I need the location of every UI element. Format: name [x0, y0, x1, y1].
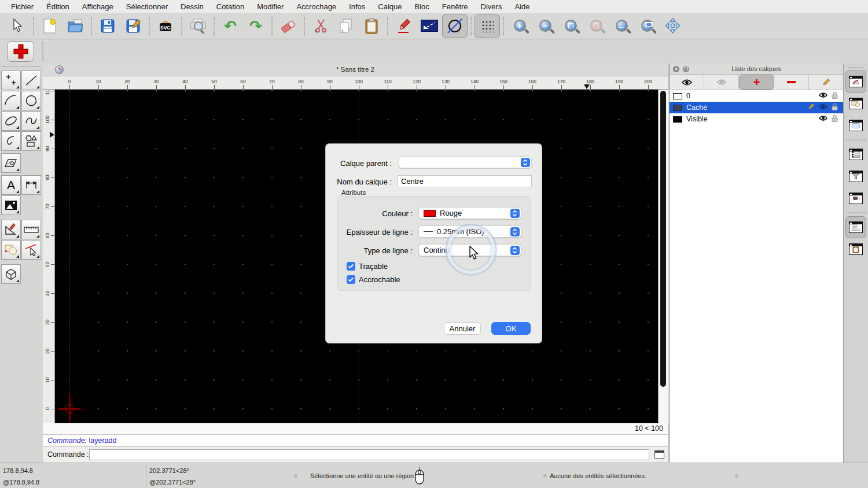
save-as-button[interactable] [120, 14, 146, 38]
menu-item-modifier[interactable]: Modifier [251, 2, 290, 11]
copy-button[interactable]: + [333, 14, 359, 38]
show-all-layers-button[interactable] [670, 75, 704, 90]
detach-panel-icon[interactable] [654, 450, 664, 459]
attributes-pencil-button[interactable] [391, 14, 417, 38]
layer-name: 0 [686, 92, 690, 100]
layer-lock-icon[interactable] [832, 103, 843, 113]
dock-handle[interactable] [848, 67, 863, 68]
snappable-checkbox[interactable] [347, 275, 355, 284]
layer-row-0[interactable]: 0 [670, 90, 843, 102]
point-tool[interactable] [1, 71, 21, 90]
add-layer-button[interactable] [7, 41, 34, 62]
polyline-tool[interactable] [1, 131, 21, 151]
hide-all-layers-button[interactable] [704, 75, 739, 90]
circle-icon [24, 93, 39, 108]
cancel-button[interactable]: Annuler [444, 322, 481, 335]
add-layer-panel-button[interactable]: + [739, 75, 774, 90]
image-tool[interactable] [1, 195, 21, 215]
menu-item-cotation[interactable]: Cotation [210, 2, 251, 11]
pointer-tool-button[interactable] [5, 14, 30, 38]
layer-panel-titlebar: ✕ ❐ Liste des calques [670, 64, 843, 75]
svg-export-button[interactable]: SVG [153, 14, 178, 38]
main-toolbar: SVG ↶ ↷ + + + − ← [0, 13, 868, 39]
grid-toggle-button[interactable] [475, 14, 500, 38]
shape-tool[interactable] [21, 131, 41, 151]
layer-lock-icon[interactable] [832, 114, 843, 124]
palette-handle[interactable] [2, 66, 39, 67]
zoom-in-button[interactable]: + [507, 14, 532, 38]
clipboard-panel-button[interactable] [845, 238, 866, 260]
undo-button[interactable]: ↶ [218, 14, 243, 38]
command-line-panel-button[interactable] [845, 216, 866, 238]
zoom-auto-button[interactable] [558, 14, 583, 38]
color-select[interactable]: Rouge [418, 207, 521, 219]
zoom-previous-button[interactable]: ← [609, 14, 634, 38]
menu-item-infos[interactable]: Infos [343, 2, 372, 11]
menu-item-aide[interactable]: Aide [508, 2, 536, 11]
layer-row-Caché[interactable]: Caché [670, 102, 843, 113]
scrollbar-thumb[interactable] [660, 91, 666, 387]
menu-item-calque[interactable]: Calque [372, 2, 408, 11]
dock-separator [846, 139, 866, 141]
ok-button[interactable]: OK [491, 322, 531, 335]
trim-tool[interactable] [21, 240, 41, 260]
dimension-tool[interactable] [21, 175, 41, 195]
line-tool[interactable] [21, 71, 41, 90]
zoom-selection-button[interactable] [583, 14, 609, 38]
layer-visibility-eye-icon[interactable] [819, 115, 832, 123]
edit-layer-button[interactable] [809, 75, 843, 90]
layer-visibility-eye-icon[interactable] [819, 92, 832, 100]
menu-item-fenêtre[interactable]: Fenêtre [436, 2, 475, 11]
v-ruler-label-30: 30 [45, 316, 50, 328]
solid-tool[interactable] [1, 264, 21, 284]
layer-name-input[interactable] [398, 175, 532, 187]
hatch-tool[interactable] [1, 153, 21, 173]
save-button[interactable] [95, 14, 120, 38]
spline-tool[interactable] [21, 111, 41, 131]
measure-tool[interactable] [21, 220, 41, 239]
layer-visibility-eye-icon[interactable] [819, 103, 832, 112]
remove-layer-button[interactable] [774, 75, 809, 90]
block-tool[interactable] [1, 240, 21, 260]
layer-name: Caché [686, 103, 707, 112]
arc-tool[interactable] [1, 91, 21, 110]
circle-tool[interactable] [21, 91, 41, 110]
paste-button[interactable] [359, 14, 384, 38]
block-list-panel-button[interactable] [845, 93, 866, 114]
parent-layer-select[interactable] [399, 156, 532, 168]
menu-item-affichage[interactable]: Affichage [76, 2, 120, 11]
zoom-out-button[interactable]: − [532, 14, 558, 38]
menu-item-dessin[interactable]: Dessin [174, 2, 210, 11]
selection-filter-panel-button[interactable] [845, 165, 866, 187]
layer-list-panel-button[interactable] [845, 71, 866, 93]
plottable-checkbox[interactable] [347, 262, 355, 271]
menu-item-fichier[interactable]: Fichier [5, 2, 40, 11]
layer-lock-icon[interactable] [832, 91, 843, 101]
property-editor-panel-button[interactable] [845, 143, 866, 165]
menu-item-édition[interactable]: Édition [40, 2, 76, 11]
ellipse-tool[interactable] [1, 111, 21, 131]
relative-zero-panel-button[interactable] [845, 187, 866, 209]
zoom-auto-icon [565, 20, 577, 32]
layer-row-Visible[interactable]: Visible [670, 113, 843, 125]
cut-button[interactable]: + [308, 14, 333, 38]
print-preview-button[interactable] [185, 14, 211, 38]
no-fill-button[interactable] [442, 14, 468, 38]
menu-item-divers[interactable]: Divers [475, 2, 509, 11]
new-file-button[interactable] [37, 14, 62, 38]
zoom-window-button[interactable] [634, 14, 660, 38]
library-browser-panel-button[interactable] [845, 114, 866, 136]
modify-tool[interactable] [1, 220, 21, 239]
pan-button[interactable] [660, 14, 685, 38]
v-ruler-tick-30 [51, 322, 54, 323]
menu-item-bloc[interactable]: Bloc [408, 2, 435, 11]
redo-button[interactable]: ↷ [243, 14, 269, 38]
delete-button[interactable] [275, 14, 301, 38]
vertical-scrollbar[interactable] [658, 90, 668, 423]
text-tool[interactable]: A [1, 175, 21, 195]
command-input[interactable] [89, 449, 649, 460]
line-style-button[interactable] [417, 14, 442, 38]
menu-item-accrochage[interactable]: Accrochage [290, 2, 343, 11]
open-file-button[interactable] [62, 14, 88, 38]
menu-item-sélectionner[interactable]: Sélectionner [120, 2, 174, 11]
